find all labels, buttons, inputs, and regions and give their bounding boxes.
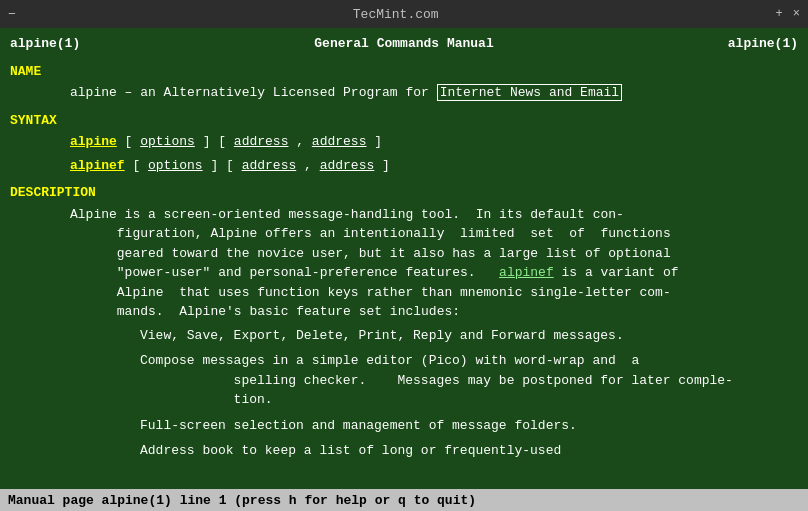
- alpinef-ref: alpinef: [499, 265, 554, 280]
- maximize-button[interactable]: +: [776, 7, 783, 21]
- name-content: alpine – an Alternatively Licensed Progr…: [10, 83, 798, 103]
- header-center: General Commands Manual: [314, 34, 493, 54]
- terminal-window: − TecMint.com + × alpine(1) General Comm…: [0, 0, 808, 511]
- description-label: DESCRIPTION: [10, 183, 798, 203]
- syntax-label: SYNTAX: [10, 111, 798, 131]
- close-button[interactable]: ×: [793, 7, 800, 21]
- man-page-header: alpine(1) General Commands Manual alpine…: [10, 34, 798, 54]
- window-controls-right[interactable]: + ×: [776, 7, 800, 21]
- alpinef-cmd: alpinef: [70, 158, 125, 173]
- bullet-4: Address book to keep a list of long or f…: [10, 441, 798, 461]
- syntax-line2-rest: [ options ] [ address , address ]: [125, 158, 390, 173]
- man-page-content: alpine(1) General Commands Manual alpine…: [0, 28, 808, 489]
- syntax-line1: alpine [ options ] [ address , address ]: [10, 132, 798, 152]
- syntax-line2: alpinef [ options ] [ address , address …: [10, 156, 798, 176]
- description-para1: Alpine is a screen-oriented message-hand…: [10, 205, 798, 322]
- description-section: DESCRIPTION Alpine is a screen-oriented …: [10, 183, 798, 461]
- syntax-line1-rest: [ options ] [ address , address ]: [117, 134, 382, 149]
- name-highlight: Internet News and Email: [437, 84, 622, 101]
- name-text: alpine – an Alternatively Licensed Progr…: [70, 85, 437, 100]
- title-bar: − TecMint.com + ×: [0, 0, 808, 28]
- bullet-1: View, Save, Export, Delete, Print, Reply…: [10, 326, 798, 346]
- minimize-button[interactable]: −: [8, 7, 16, 22]
- header-left: alpine(1): [10, 34, 80, 54]
- bullet-2: Compose messages in a simple editor (Pic…: [10, 351, 798, 410]
- status-text: Manual page alpine(1) line 1 (press h fo…: [8, 493, 476, 508]
- window-controls-left[interactable]: −: [8, 7, 16, 22]
- window-title: TecMint.com: [16, 7, 776, 22]
- name-section: NAME alpine – an Alternatively Licensed …: [10, 62, 798, 103]
- name-label: NAME: [10, 62, 798, 82]
- bullet-3: Full-screen selection and management of …: [10, 416, 798, 436]
- alpine-cmd: alpine: [70, 134, 117, 149]
- status-bar: Manual page alpine(1) line 1 (press h fo…: [0, 489, 808, 511]
- syntax-section: SYNTAX alpine [ options ] [ address , ad…: [10, 111, 798, 176]
- header-right: alpine(1): [728, 34, 798, 54]
